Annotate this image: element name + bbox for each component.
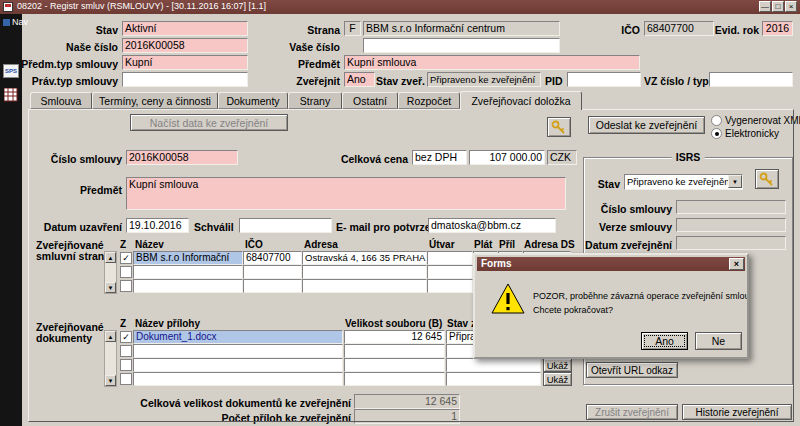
vase-cislo-field[interactable] bbox=[363, 38, 560, 53]
prav-typ-label: Práv.typ smlouvy bbox=[14, 75, 118, 87]
tab-strany[interactable]: Strany bbox=[288, 92, 342, 109]
window-titlebar: 08202 - Registr smluv (RSMLOUVY) - [30.1… bbox=[0, 0, 800, 14]
ico-label: IČO bbox=[596, 24, 640, 36]
predmet-header-field[interactable]: Kupní smlouva bbox=[344, 55, 640, 70]
strana-code-field[interactable]: F bbox=[344, 21, 361, 36]
tab-rozpocet[interactable]: Rozpočet bbox=[398, 92, 460, 109]
dialog-close-icon[interactable]: × bbox=[729, 258, 744, 270]
app-window: 08202 - Registr smluv (RSMLOUVY) - [30.1… bbox=[0, 0, 800, 426]
vz-cislo-field[interactable] bbox=[709, 72, 793, 87]
stav-zver-label: Stav zveř. bbox=[376, 75, 424, 87]
strana-name-field[interactable]: BBM s.r.o Informační centrum bbox=[363, 21, 560, 36]
zverejnit-label: Zveřejnit bbox=[290, 75, 340, 87]
nav-label: Nav bbox=[12, 17, 28, 27]
prav-typ-field[interactable] bbox=[122, 72, 248, 87]
pid-label: PID bbox=[545, 75, 563, 87]
ano-button[interactable]: Ano bbox=[641, 332, 688, 350]
forms-alert-dialog: Forms × POZOR, proběhne závazná operace … bbox=[473, 253, 749, 359]
tab-ostatni[interactable]: Ostatní bbox=[342, 92, 398, 109]
vase-cislo-label: Vaše číslo bbox=[286, 41, 340, 53]
form-icon bbox=[3, 2, 13, 12]
warning-icon bbox=[491, 283, 525, 316]
nav-bullet-icon bbox=[3, 19, 10, 26]
tab-zverejnovaci-dolozka[interactable]: Zveřejňovací doložka bbox=[460, 91, 582, 110]
ico-field[interactable]: 68407700 bbox=[644, 21, 714, 36]
predm-typ-field[interactable]: Kupní bbox=[122, 55, 248, 70]
stav-field[interactable]: Aktivní bbox=[122, 21, 248, 36]
evid-rok-label: Evid. rok bbox=[712, 24, 759, 36]
window-title: 08202 - Registr smluv (RSMLOUVY) - [30.1… bbox=[17, 1, 266, 11]
close-icon[interactable]: × bbox=[785, 1, 797, 12]
strana-label: Strana bbox=[300, 24, 340, 36]
tab-smlouva[interactable]: Smlouva bbox=[30, 92, 92, 109]
stav-zver-field[interactable]: Připraveno ke zveřejnění bbox=[427, 72, 541, 87]
pid-field[interactable] bbox=[567, 72, 641, 87]
predm-typ-label: Předm.typ smlouvy bbox=[8, 58, 118, 70]
dialog-title: Forms bbox=[481, 258, 512, 269]
grid-icon[interactable] bbox=[4, 88, 18, 102]
dialog-message-line2: Chcete pokračovat? bbox=[533, 305, 747, 315]
nase-cislo-field[interactable]: 2016K00058 bbox=[122, 38, 248, 53]
predmet-header-label: Předmět bbox=[290, 58, 340, 70]
minimize-icon[interactable]: — bbox=[759, 1, 771, 12]
nase-cislo-label: Naše číslo bbox=[40, 41, 118, 53]
zverejnit-field[interactable]: Ano bbox=[344, 72, 375, 87]
evid-rok-field[interactable]: 2016 bbox=[762, 21, 793, 36]
dialog-titlebar: Forms × bbox=[477, 257, 745, 271]
dialog-message-line1: POZOR, proběhne závazná operace zveřejně… bbox=[533, 291, 747, 301]
restore-icon[interactable]: □ bbox=[772, 1, 784, 12]
stav-label: Stav bbox=[58, 24, 118, 36]
tab-terminy[interactable]: Termíny, ceny a činnosti bbox=[92, 92, 218, 109]
tab-dokumenty[interactable]: Dokumenty bbox=[218, 92, 288, 109]
vz-cislo-label: VZ číslo / typ bbox=[644, 75, 709, 87]
ne-button[interactable]: Ne bbox=[695, 332, 742, 350]
